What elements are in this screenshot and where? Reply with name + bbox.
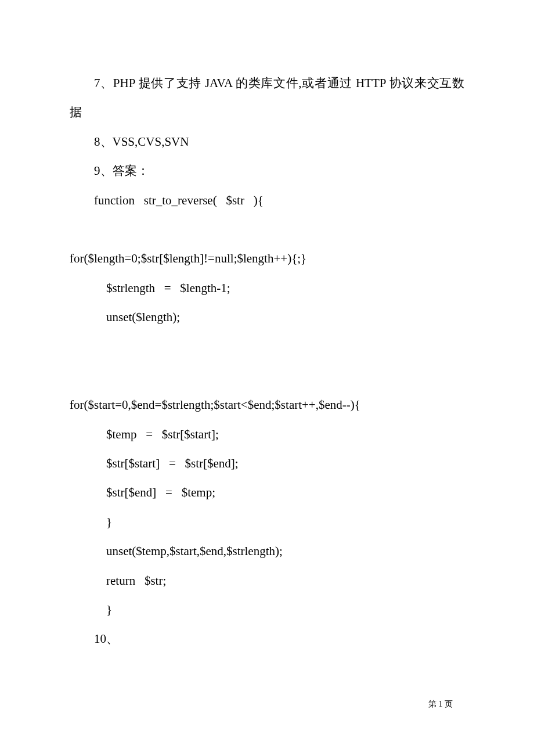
document-page: 7、PHP 提供了支持 JAVA 的类库文件,或者通过 HTTP 协议来交互数据… [0,0,534,654]
code-line: $strlength = $length-1; [70,273,464,303]
code-line: unset($temp,$start,$end,$strlength); [70,537,464,566]
code-line: for($start=0,$end=$strlength;$start<$end… [70,390,464,419]
code-line: function str_to_reverse( $str ){ [70,186,464,215]
code-line: for($length=0;$str[$length]!=null;$lengt… [70,244,464,273]
text-line: 7、PHP 提供了支持 JAVA 的类库文件,或者通过 HTTP 协议来交互数据 [70,69,464,127]
code-line: $str[$start] = $str[$end]; [70,449,464,478]
blank-line [70,215,464,244]
code-line: } [70,595,464,624]
code-line: } [70,507,464,537]
blank-line [70,361,464,390]
code-line: $temp = $str[$start]; [70,420,464,449]
page-number: 第 1 页 [428,699,453,710]
text-line: 10、 [70,624,464,653]
text-line: 8、VSS,CVS,SVN [70,127,464,156]
text-line: 9、答案： [70,156,464,185]
code-line: $str[$end] = $temp; [70,478,464,507]
blank-line [70,332,464,361]
code-line: unset($length); [70,303,464,332]
code-line: return $str; [70,566,464,595]
